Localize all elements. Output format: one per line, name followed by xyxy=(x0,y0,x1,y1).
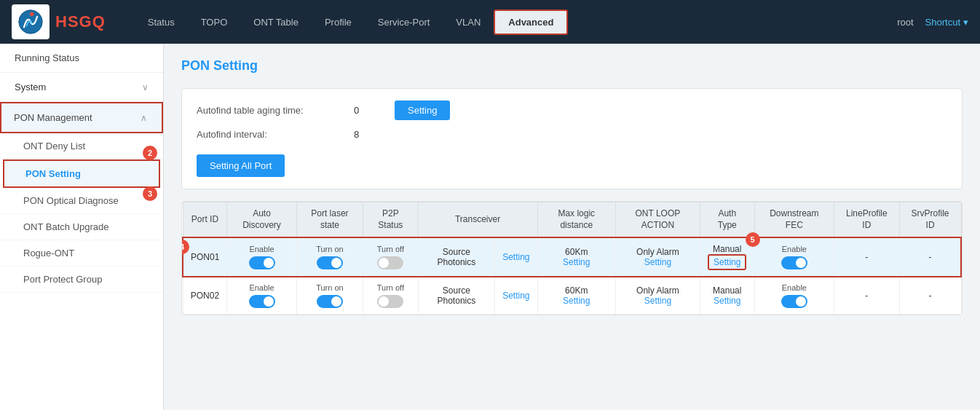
svg-point-1 xyxy=(30,12,33,16)
th-auto-disc: Auto Discovery xyxy=(227,202,296,238)
table-row: PON02 Enable Turn on xyxy=(183,277,961,315)
cell-ds-fec: Enable xyxy=(754,237,834,277)
brand-name: HSGQ xyxy=(55,12,106,31)
header: HSGQ Status TOPO ONT Table Profile Servi… xyxy=(0,0,980,44)
logo-icon xyxy=(17,9,44,35)
autofind-interval-label: Autofind interval: xyxy=(197,129,342,140)
pon-settings-table: Port ID Auto Discovery Port laser state … xyxy=(182,202,962,315)
toggle-p2p-pon01[interactable] xyxy=(377,256,403,269)
nav-status[interactable]: Status xyxy=(135,11,188,33)
table-header-row: Port ID Auto Discovery Port laser state … xyxy=(183,202,961,238)
th-line-profile: LineProfile ID xyxy=(834,202,900,238)
th-auth-type: Auth Type xyxy=(700,202,754,238)
autofind-interval-value: 8 xyxy=(354,129,383,140)
badge-2: 2 xyxy=(143,146,157,160)
chevron-down-icon: ∨ xyxy=(142,82,149,92)
toggle-p2p-pon02[interactable] xyxy=(377,295,403,308)
toggle-ds-fec-pon02[interactable] xyxy=(781,295,807,308)
cell-auth-type: Manual Setting xyxy=(700,277,754,315)
toggle-port-laser-pon01[interactable] xyxy=(317,256,343,269)
sidebar-item-rogue-ont[interactable]: Rogue-ONT xyxy=(0,240,163,267)
th-port-id: Port ID xyxy=(183,202,227,238)
layout: Running Status System ∨ PON Management ∧… xyxy=(0,44,980,410)
sidebar-item-ont-batch[interactable]: ONT Batch Upgrade xyxy=(0,214,163,240)
th-ds-fec: Downstream FEC xyxy=(754,202,834,238)
nav-advanced[interactable]: Advanced xyxy=(494,9,568,35)
cell-auth-type: Manual Setting 5 xyxy=(700,237,754,277)
th-transceiver: Transceiver xyxy=(418,202,537,238)
badge-3: 3 xyxy=(143,186,157,201)
max-dist-setting-link[interactable]: Setting xyxy=(563,257,590,267)
autofind-aging-row: Autofind table aging time: 0 Setting xyxy=(197,100,947,120)
toggle-auto-disc-pon02[interactable] xyxy=(249,295,275,308)
setting-all-port-button[interactable]: Setting All Port xyxy=(197,154,285,177)
sidebar-item-ont-deny-list[interactable]: ONT Deny List xyxy=(0,133,163,159)
header-right: root Shortcut ▾ xyxy=(897,17,968,28)
nav-vlan[interactable]: VLAN xyxy=(443,11,494,33)
autofind-interval-row: Autofind interval: 8 xyxy=(197,129,947,140)
th-port-laser: Port laser state xyxy=(296,202,363,238)
cell-max-dist: 60Km Setting xyxy=(537,277,615,315)
max-dist-setting-link[interactable]: Setting xyxy=(563,296,590,306)
sidebar: Running Status System ∨ PON Management ∧… xyxy=(0,44,164,410)
pon-table: 4 Port ID Auto Discovery Port laser stat… xyxy=(181,201,963,315)
cell-port-id: PON01 xyxy=(183,237,227,277)
th-srv-profile: SrvProfile ID xyxy=(899,202,961,238)
sidebar-item-pon-optical[interactable]: PON Optical Diagnose xyxy=(0,188,163,214)
chevron-down-icon: ▾ xyxy=(963,17,968,28)
cell-p2p: Turn off xyxy=(363,277,418,315)
ont-loop-setting-link[interactable]: Setting xyxy=(644,296,671,306)
cell-port-id: PON02 xyxy=(183,277,227,315)
auth-type-setting-link-highlighted[interactable]: Setting xyxy=(708,254,746,270)
cell-srv-profile: - xyxy=(899,277,961,315)
badge-5: 5 xyxy=(746,232,760,247)
setting-button[interactable]: Setting xyxy=(395,100,450,120)
autofind-aging-value: 0 xyxy=(354,105,383,116)
shortcut-menu[interactable]: Shortcut ▾ xyxy=(925,17,968,28)
th-p2p: P2P Status xyxy=(363,202,418,238)
cell-ds-fec: Enable xyxy=(754,277,834,315)
nav-topo[interactable]: TOPO xyxy=(188,11,241,33)
chevron-up-icon: ∧ xyxy=(141,113,147,123)
toggle-auto-disc-pon01[interactable] xyxy=(249,256,275,269)
cell-line-profile: - xyxy=(834,277,900,315)
header-user: root xyxy=(897,17,913,28)
cell-line-profile: - xyxy=(834,237,900,277)
cell-max-dist: 60Km Setting xyxy=(537,237,615,277)
cell-transceiver-link[interactable]: Setting xyxy=(495,277,537,315)
cell-auto-disc: Enable xyxy=(227,237,296,277)
sidebar-item-pon-setting[interactable]: PON Setting xyxy=(3,159,160,188)
cell-p2p: Turn off xyxy=(363,237,418,277)
nav-menu: Status TOPO ONT Table Profile Service-Po… xyxy=(135,9,897,35)
sidebar-item-port-protect[interactable]: Port Protect Group xyxy=(0,267,163,293)
main-content: PON Setting Autofind table aging time: 0… xyxy=(164,44,980,410)
cell-transceiver-name: Source Photonics xyxy=(418,237,495,277)
sidebar-item-pon-management[interactable]: PON Management ∧ xyxy=(0,102,163,133)
cell-port-laser: Turn on xyxy=(296,277,363,315)
autofind-aging-label: Autofind table aging time: xyxy=(197,105,342,116)
cell-port-laser: Turn on xyxy=(296,237,363,277)
nav-service-port[interactable]: Service-Port xyxy=(365,11,443,33)
cell-ont-loop: Only Alarm Setting xyxy=(615,237,700,277)
settings-section: Autofind table aging time: 0 Setting Aut… xyxy=(181,88,963,189)
ont-loop-setting-link[interactable]: Setting xyxy=(644,257,671,267)
nav-profile[interactable]: Profile xyxy=(312,11,365,33)
page-title: PON Setting xyxy=(181,58,963,74)
th-ont-loop: ONT LOOP ACTION xyxy=(615,202,700,238)
auth-type-setting-link[interactable]: Setting xyxy=(714,296,740,306)
toggle-ds-fec-pon01[interactable] xyxy=(781,256,807,269)
sidebar-item-running-status[interactable]: Running Status xyxy=(0,44,163,73)
cell-transceiver-link[interactable]: Setting xyxy=(495,237,537,277)
cell-transceiver-name: Source Photonics xyxy=(418,277,495,315)
table-row: PON01 Enable Turn on xyxy=(183,237,961,277)
th-max-dist: Max logic distance xyxy=(537,202,615,238)
nav-ont-table[interactable]: ONT Table xyxy=(240,11,312,33)
cell-auto-disc: Enable xyxy=(227,277,296,315)
toggle-port-laser-pon02[interactable] xyxy=(317,295,343,308)
cell-ont-loop: Only Alarm Setting xyxy=(615,277,700,315)
logo-area: HSGQ xyxy=(12,4,106,39)
logo-box xyxy=(12,4,50,39)
sidebar-item-system[interactable]: System ∨ xyxy=(0,73,163,102)
cell-srv-profile: - xyxy=(899,237,961,277)
